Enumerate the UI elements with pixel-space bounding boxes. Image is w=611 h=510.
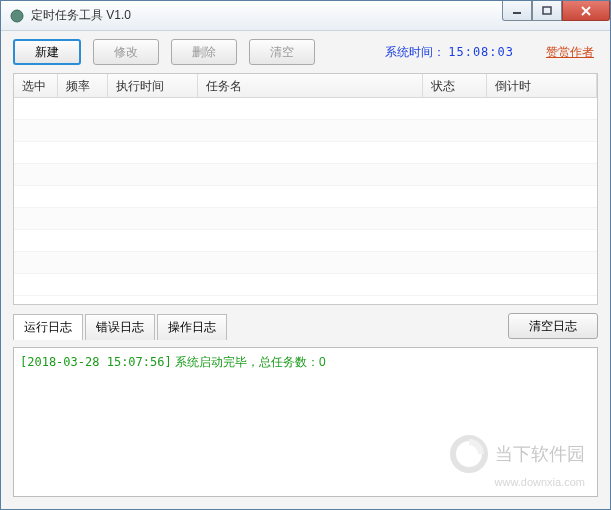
svg-rect-2 — [543, 7, 551, 14]
table-row — [14, 186, 597, 208]
app-icon — [9, 8, 25, 24]
toolbar: 新建 修改 删除 清空 系统时间： 15:08:03 赞赏作者 — [13, 39, 598, 65]
table-body[interactable] — [14, 98, 597, 304]
maximize-button[interactable] — [532, 1, 562, 21]
sponsor-link[interactable]: 赞赏作者 — [546, 44, 594, 61]
svg-rect-1 — [513, 12, 521, 14]
system-time-value: 15:08:03 — [448, 45, 514, 59]
table-row — [14, 142, 597, 164]
clear-log-button[interactable]: 清空日志 — [508, 313, 598, 339]
col-task-name[interactable]: 任务名 — [198, 74, 423, 97]
table-header: 选中 频率 执行时间 任务名 状态 倒计时 — [14, 74, 597, 98]
edit-button[interactable]: 修改 — [93, 39, 159, 65]
log-message: 系统启动完毕，总任务数：0 — [172, 355, 326, 369]
table-row — [14, 252, 597, 274]
tab-op-log[interactable]: 操作日志 — [157, 314, 227, 340]
table-row — [14, 274, 597, 296]
table-row — [14, 230, 597, 252]
clear-button[interactable]: 清空 — [249, 39, 315, 65]
delete-button[interactable]: 删除 — [171, 39, 237, 65]
system-time-label: 系统时间： — [385, 45, 445, 59]
titlebar: 定时任务工具 V1.0 — [1, 1, 610, 31]
svg-point-0 — [11, 10, 23, 22]
col-status[interactable]: 状态 — [423, 74, 487, 97]
col-countdown[interactable]: 倒计时 — [487, 74, 597, 97]
log-timestamp: [2018-03-28 15:07:56] — [20, 355, 172, 369]
window-title: 定时任务工具 V1.0 — [31, 7, 131, 24]
col-exec-time[interactable]: 执行时间 — [108, 74, 198, 97]
table-row — [14, 120, 597, 142]
log-tabs: 运行日志 错误日志 操作日志 清空日志 — [13, 313, 598, 339]
minimize-button[interactable] — [502, 1, 532, 21]
tab-run-log[interactable]: 运行日志 — [13, 314, 83, 340]
task-table: 选中 频率 执行时间 任务名 状态 倒计时 — [13, 73, 598, 305]
log-entry: [2018-03-28 15:07:56] 系统启动完毕，总任务数：0 — [20, 354, 591, 371]
close-button[interactable] — [562, 1, 610, 21]
table-row — [14, 164, 597, 186]
tab-error-log[interactable]: 错误日志 — [85, 314, 155, 340]
system-time: 系统时间： 15:08:03 — [385, 44, 514, 61]
new-button[interactable]: 新建 — [13, 39, 81, 65]
table-row — [14, 208, 597, 230]
col-freq[interactable]: 频率 — [58, 74, 108, 97]
log-panel[interactable]: [2018-03-28 15:07:56] 系统启动完毕，总任务数：0 — [13, 347, 598, 497]
table-row — [14, 98, 597, 120]
col-select[interactable]: 选中 — [14, 74, 58, 97]
